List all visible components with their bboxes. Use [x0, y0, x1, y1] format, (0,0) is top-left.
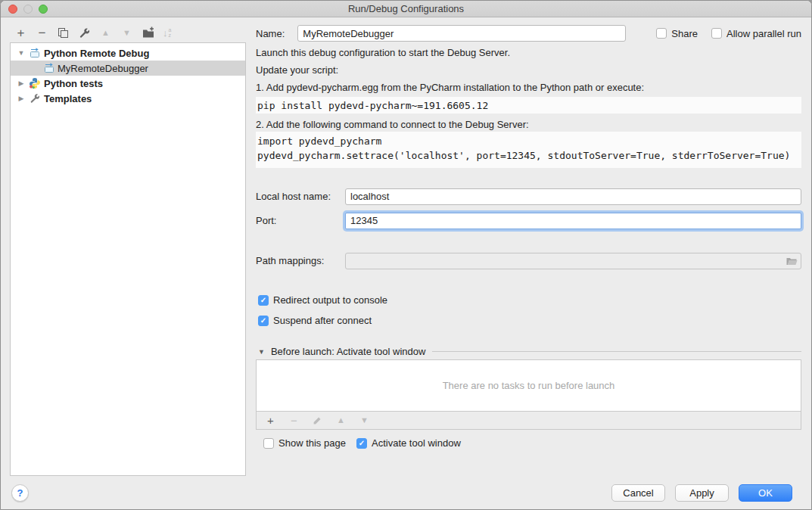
local-host-input[interactable] [345, 188, 801, 205]
edit-defaults-wrench-icon[interactable] [78, 26, 91, 39]
apply-button[interactable]: Apply [675, 484, 729, 502]
configurations-tree: ▼ Python Remote Debug MyRemoteDebugger ▶… [10, 42, 246, 476]
help-button[interactable]: ? [11, 484, 29, 502]
share-checkbox[interactable]: Share [656, 28, 698, 39]
configurations-toolbar: + − ▲ ▼ ↓ az [14, 23, 171, 42]
before-launch-task-list[interactable]: There are no tasks to run before launch [256, 359, 801, 412]
show-this-page-checkbox[interactable]: Show this page [263, 437, 346, 449]
settrace-code-block: import pydevd_pycharm pydevd_pycharm.set… [256, 132, 801, 168]
local-host-label: Local host name: [256, 191, 331, 202]
step1-text: 1. Add pydevd-pycharm.egg from the PyCha… [256, 82, 644, 93]
browse-folder-icon[interactable] [786, 255, 798, 267]
path-mappings-row: Path mappings: [256, 255, 801, 266]
empty-task-list-text: There are no tasks to run before launch [443, 380, 615, 391]
edit-task-pencil-icon[interactable] [311, 414, 324, 427]
zoom-window-button[interactable] [39, 5, 48, 14]
sort-configurations-icon[interactable]: ↓ az [163, 27, 171, 39]
add-configuration-icon[interactable]: + [14, 26, 27, 39]
name-input[interactable] [297, 25, 626, 42]
tree-item-label: Python Remote Debug [44, 48, 149, 59]
python-tests-icon [29, 77, 41, 89]
step2-text: 2. Add the following command to connect … [256, 119, 529, 130]
path-mappings-label: Path mappings: [256, 255, 324, 266]
name-label: Name: [256, 28, 285, 39]
move-down-icon[interactable]: ▼ [120, 26, 133, 39]
ok-button[interactable]: OK [739, 484, 792, 502]
port-row: Port: [256, 215, 801, 226]
tree-item-templates[interactable]: ▶ Templates [11, 91, 245, 106]
update-script-text: Update your script: [256, 64, 338, 76]
new-folder-icon[interactable] [142, 26, 154, 39]
redirect-output-checkbox[interactable]: ✓ Redirect output to console [258, 294, 387, 306]
local-host-row: Local host name: [256, 191, 801, 202]
traffic-lights [8, 5, 48, 14]
before-launch-title: Before launch: Activate tool window [271, 346, 426, 357]
suspend-after-connect-checkbox[interactable]: ✓ Suspend after connect [258, 315, 372, 326]
expand-arrow-icon[interactable]: ▶ [17, 79, 26, 87]
minimize-window-button[interactable] [23, 5, 33, 14]
remove-configuration-icon[interactable]: − [36, 26, 48, 39]
collapse-arrow-icon[interactable]: ▼ [17, 49, 26, 57]
remote-debug-config-icon [43, 62, 55, 74]
close-window-button[interactable] [8, 5, 17, 14]
dialog-buttons: Cancel Apply OK [611, 484, 792, 502]
tree-item-python-tests[interactable]: ▶ Python tests [11, 76, 245, 91]
templates-wrench-icon [29, 92, 41, 104]
code-line-1: import pydevd_pycharm [257, 134, 801, 148]
port-label: Port: [256, 215, 276, 226]
move-up-icon[interactable]: ▲ [99, 26, 112, 39]
expand-arrow-icon[interactable]: ▶ [17, 95, 26, 102]
tree-item-label: Templates [44, 93, 92, 104]
tree-item-my-remote-debugger[interactable]: MyRemoteDebugger [11, 61, 245, 76]
collapse-section-icon[interactable]: ▼ [258, 348, 265, 356]
allow-parallel-run-checkbox[interactable]: Allow parallel run [711, 28, 801, 39]
add-task-icon[interactable]: + [264, 414, 277, 427]
intro-text: Launch this debug configuration to start… [256, 47, 510, 58]
task-list-toolbar: + − ▲ ▼ [256, 412, 801, 430]
title-bar: Run/Debug Configurations [1, 1, 811, 17]
pip-command-block: pip install pydevd-pycharm~=191.6605.12 [256, 97, 801, 114]
activate-tool-window-checkbox[interactable]: ✓ Activate tool window [356, 437, 461, 449]
remote-debug-config-icon [29, 47, 41, 59]
cancel-button[interactable]: Cancel [611, 484, 665, 502]
tree-item-label: Python tests [44, 78, 103, 89]
pip-command-text: pip install pydevd-pycharm~=191.6605.12 [256, 100, 488, 111]
move-task-up-icon[interactable]: ▲ [334, 414, 347, 427]
run-debug-configurations-dialog: Run/Debug Configurations + − ▲ ▼ ↓ az ▼ … [0, 0, 812, 510]
copy-configuration-icon[interactable] [57, 26, 70, 39]
tree-item-python-remote-debug[interactable]: ▼ Python Remote Debug [11, 45, 245, 61]
before-launch-section-header[interactable]: ▼ Before launch: Activate tool window [258, 346, 801, 357]
path-mappings-input[interactable] [345, 253, 801, 269]
window-title: Run/Debug Configurations [348, 3, 464, 14]
tree-item-label: MyRemoteDebugger [58, 63, 148, 74]
help-icon: ? [17, 487, 23, 499]
port-input[interactable] [345, 213, 801, 229]
move-task-down-icon[interactable]: ▼ [358, 414, 371, 427]
remove-task-icon[interactable]: − [288, 414, 300, 427]
name-row: Name: Share Allow parallel run [256, 25, 801, 42]
code-line-2: pydevd_pycharm.settrace('localhost', por… [257, 148, 801, 163]
